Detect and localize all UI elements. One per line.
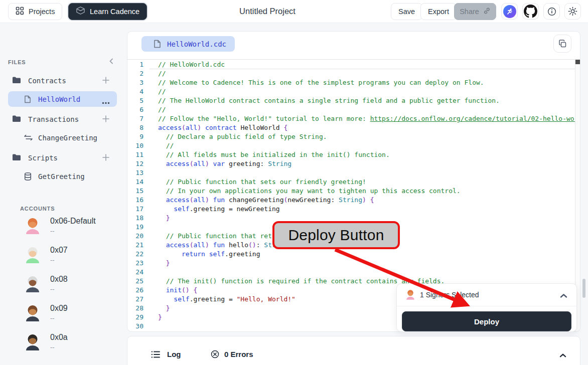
account-item-0x06-default[interactable]: 0x06-Default--: [0, 216, 121, 238]
account-item-0x0a[interactable]: 0x0a--: [0, 332, 121, 354]
editor-tab-helloworld[interactable]: HelloWorld.cdc: [141, 36, 235, 52]
code-line[interactable]: 5// The HelloWorld contract contains a s…: [127, 96, 576, 105]
account-item-0x09[interactable]: 0x09--: [0, 303, 121, 325]
editor-scrollbar-thumb[interactable]: [575, 60, 580, 64]
account-address: 0x07: [50, 246, 68, 255]
line-number: 2: [127, 69, 150, 78]
deploy-button[interactable]: Deploy: [402, 311, 571, 331]
code-line[interactable]: 3// Welcome to Cadence! This is one of t…: [127, 78, 576, 87]
annotation-label: Deploy Button: [288, 227, 384, 244]
line-number: 19: [127, 223, 150, 232]
log-tab[interactable]: Log: [151, 350, 181, 358]
flow-runner-icon: [503, 5, 516, 18]
code-line[interactable]: 17 self.greeting = newGreeting: [127, 205, 576, 214]
code-line[interactable]: 11 // All fields must be initialized in …: [127, 150, 576, 159]
code-line[interactable]: 7// Follow the "Hello, World!" tutorial …: [127, 114, 576, 123]
line-number: 28: [127, 304, 150, 313]
list-icon: [151, 350, 161, 358]
code-line[interactable]: 8access(all) contract HelloWorld {: [127, 123, 576, 132]
line-number: 25: [127, 277, 150, 286]
learn-cadence-label: Learn Cadence: [90, 8, 139, 16]
line-number: 6: [127, 105, 150, 114]
folder-icon: [12, 153, 21, 163]
errors-label: 0 Errors: [224, 350, 253, 358]
code-line[interactable]: 23 }: [127, 259, 576, 268]
sidebar: FILES ContractsHelloWorldTransactionsCha…: [0, 23, 121, 365]
code-text: // Public function that sets our friendl…: [150, 177, 366, 187]
file-item-helloworld[interactable]: HelloWorld: [8, 91, 117, 107]
code-line[interactable]: 24: [127, 268, 576, 277]
file-item-changegreeting[interactable]: ChangeGreeting: [8, 130, 117, 145]
signers-selected-label: 1 Signers Selected: [420, 291, 479, 299]
learn-cadence-button[interactable]: Learn Cadence: [68, 3, 147, 20]
line-number: 11: [127, 150, 150, 159]
info-button[interactable]: [543, 3, 560, 20]
share-button[interactable]: Share: [454, 3, 496, 20]
avatar: [24, 304, 42, 322]
code-line[interactable]: 22 return self.greeting: [127, 250, 576, 259]
chevron-up-icon[interactable]: [560, 291, 567, 300]
ellipsis-icon[interactable]: [102, 97, 110, 106]
chevron-up-icon[interactable]: [559, 351, 566, 360]
chevron-left-icon[interactable]: [107, 57, 116, 66]
github-button[interactable]: [522, 3, 539, 20]
annotation-box: Deploy Button: [272, 221, 400, 249]
code-line[interactable]: 1// HelloWorld.cdc: [127, 60, 576, 69]
file-item-getgreeting[interactable]: GetGreeting: [8, 168, 117, 184]
code-text: self.greeting = "Hello, World!": [150, 295, 296, 304]
code-line[interactable]: 16 access(all) fun changeGreeting(newGre…: [127, 196, 576, 205]
errors-tab[interactable]: 0 Errors: [211, 350, 253, 358]
line-number: 26: [127, 286, 150, 295]
link-icon: [483, 7, 491, 16]
line-number: 9: [127, 132, 150, 141]
line-number: 1: [127, 60, 150, 69]
share-label: Share: [460, 8, 479, 16]
save-button[interactable]: Save: [391, 3, 422, 20]
code-text: // The HelloWorld contract contains a si…: [150, 96, 500, 105]
copy-button[interactable]: [553, 35, 571, 53]
account-balance: --: [50, 256, 55, 264]
folder-scripts[interactable]: Scripts: [0, 150, 121, 165]
code-line[interactable]: 2//: [127, 69, 576, 78]
account-address: 0x08: [50, 275, 68, 284]
folder-contracts[interactable]: Contracts: [0, 73, 121, 88]
line-number: 13: [127, 168, 150, 177]
panel-scrollbar-thumb[interactable]: [582, 279, 585, 298]
account-balance: --: [50, 227, 55, 235]
account-item-0x07[interactable]: 0x07--: [0, 245, 121, 267]
flow-runner-button[interactable]: [501, 3, 518, 20]
code-text: // Declare a public field of type String…: [150, 132, 327, 141]
projects-button[interactable]: Projects: [8, 3, 62, 20]
line-number: 24: [127, 268, 150, 277]
plus-icon[interactable]: [101, 153, 111, 163]
cadence-box-icon: [76, 7, 85, 17]
code-text: [150, 322, 158, 331]
plus-icon[interactable]: [101, 76, 111, 86]
code-text: }: [150, 304, 170, 313]
line-number: 18: [127, 214, 150, 223]
code-line[interactable]: 12 access(all) var greeting: String: [127, 159, 576, 168]
code-text: access(all) contract HelloWorld {: [150, 123, 287, 132]
code-line[interactable]: 6//: [127, 105, 576, 114]
database-icon: [24, 172, 33, 180]
folder-transactions[interactable]: Transactions: [0, 112, 121, 127]
plus-icon[interactable]: [101, 114, 111, 124]
code-line[interactable]: 9 // Declare a public field of type Stri…: [127, 132, 576, 141]
avatar: [24, 246, 42, 264]
code-line[interactable]: 15 // In your own applications you may w…: [127, 187, 576, 196]
line-number: 27: [127, 295, 150, 304]
account-item-0x08[interactable]: 0x08--: [0, 274, 121, 296]
export-button[interactable]: Export: [420, 3, 457, 20]
code-line[interactable]: 10 //: [127, 141, 576, 150]
code-line[interactable]: 13: [127, 168, 576, 177]
theme-toggle-button[interactable]: [564, 3, 581, 20]
folder-icon: [12, 115, 21, 124]
code-text: //: [150, 141, 174, 150]
code-text: // HelloWorld.cdc: [150, 60, 225, 69]
line-number: 5: [127, 96, 150, 105]
code-text: init() {: [150, 286, 197, 295]
code-line[interactable]: 4//: [127, 87, 576, 96]
code-line[interactable]: 14 // Public function that sets our frie…: [127, 177, 576, 187]
folder-icon: [12, 76, 21, 86]
code-text: // In your own applications you may want…: [150, 187, 461, 196]
